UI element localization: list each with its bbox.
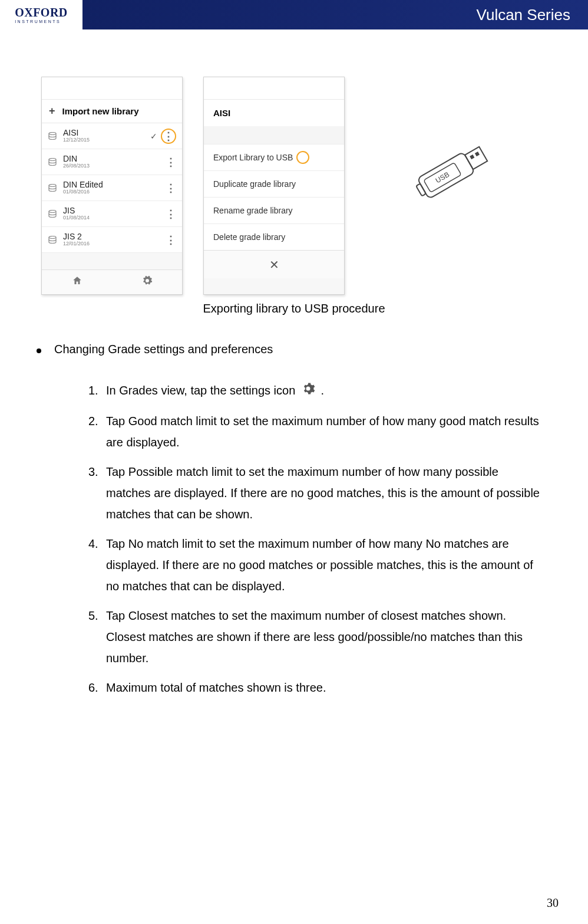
section-bullet: Changing Grade settings and preferences [35,343,553,356]
step-4: 4. Tap No match limit to set the maximum… [88,533,541,597]
svg-point-1 [49,158,56,160]
header-bar: OXFORD INSTRUMENTS Vulcan Series [0,0,588,29]
database-icon [48,210,57,218]
library-list-screen: + Import new library AISI 12/12/2015 ✓ ⋮ [41,77,183,295]
step-number: 4. [88,533,106,597]
step-number: 2. [88,410,106,453]
gear-icon[interactable] [142,275,153,289]
more-icon[interactable]: ⋮ [166,156,176,169]
more-icon[interactable]: ⋮ [166,234,176,246]
bullet-icon [37,348,41,353]
library-name: JIS [63,206,166,215]
step-text: Tap Closest matches to set the maximum n… [106,605,541,669]
plus-icon: + [49,105,55,117]
status-bar [204,77,344,100]
step-number: 1. [88,380,106,402]
svg-rect-8 [475,152,480,156]
page-number: 30 [547,896,559,910]
menu-label: Duplicate grade library [213,179,296,189]
database-icon [48,158,57,166]
menu-header: AISI [204,100,344,126]
header-title: Vulcan Series [477,6,588,24]
logo-sub: INSTRUMENTS [15,19,68,24]
step-number: 3. [88,461,106,525]
more-icon[interactable]: ⋮ [163,130,174,143]
database-icon [48,184,57,192]
highlight-circle: ⋮ [161,129,176,144]
library-name: DIN [63,154,166,163]
library-row-din[interactable]: DIN 26/08/2013 ⋮ [42,149,182,175]
library-row-jis2[interactable]: JIS 2 12/01/2016 ⋮ [42,227,182,253]
highlight-circle [296,151,309,164]
step-6: 6. Maximum total of matches shown is thr… [88,677,541,698]
library-date: 12/01/2016 [63,241,166,247]
menu-rename[interactable]: Rename grade library [204,197,344,224]
step-text: Tap No match limit to set the maximum nu… [106,533,541,597]
import-new-library-row[interactable]: + Import new library [42,100,182,123]
step-3: 3. Tap Possible match limit to set the m… [88,461,541,525]
step-text: Maximum total of matches shown is three. [106,677,541,698]
usb-illustration: USB [401,130,507,215]
gear-icon [301,381,315,402]
import-label: Import new library [62,106,139,116]
bottom-nav [42,269,182,294]
svg-point-0 [49,132,56,134]
menu-duplicate[interactable]: Duplicate grade library [204,170,344,198]
home-icon[interactable] [72,275,82,289]
step-2: 2. Tap Good match limit to set the maxim… [88,410,541,453]
step-1: 1. In Grades view, tap the settings icon… [88,380,541,402]
library-menu-screen: AISI Export Library to USB Duplicate gra… [203,77,345,295]
database-icon [48,236,57,244]
svg-point-2 [49,184,56,186]
menu-label: Export Library to USB [213,153,293,162]
step-number: 5. [88,605,106,669]
menu-label: Delete grade library [213,232,285,242]
spacer [204,126,344,144]
close-icon: ✕ [269,258,279,272]
svg-rect-7 [470,154,474,159]
library-name: AISI [63,129,150,137]
svg-point-4 [49,236,56,238]
more-icon[interactable]: ⋮ [166,182,176,195]
step-text: In Grades view, tap the settings icon . [106,380,541,402]
library-row-jis[interactable]: JIS 01/08/2014 ⋮ [42,201,182,227]
library-name: DIN Edited [63,180,166,189]
close-button[interactable]: ✕ [204,250,344,278]
step-text: Tap Good match limit to set the maximum … [106,410,541,453]
step-5: 5. Tap Closest matches to set the maximu… [88,605,541,669]
svg-rect-6 [465,147,487,169]
database-icon [48,132,57,140]
logo-main: OXFORD [15,6,68,18]
library-row-din-edited[interactable]: DIN Edited 01/08/2016 ⋮ [42,175,182,201]
library-name: JIS 2 [63,232,166,241]
menu-export-usb[interactable]: Export Library to USB [204,144,344,171]
figure-row: + Import new library AISI 12/12/2015 ✓ ⋮ [41,77,553,295]
figure-caption: Exporting library to USB procedure [35,302,553,315]
logo: OXFORD INSTRUMENTS [0,0,82,29]
check-icon: ✓ [150,131,157,141]
svg-point-3 [49,210,56,212]
library-date: 26/08/2013 [63,163,166,169]
library-date: 12/12/2015 [63,137,150,143]
menu-label: Rename grade library [213,206,293,215]
library-date: 01/08/2014 [63,215,166,221]
step-number: 6. [88,677,106,698]
steps-list: 1. In Grades view, tap the settings icon… [35,380,553,698]
more-icon[interactable]: ⋮ [166,208,176,221]
bullet-text: Changing Grade settings and preferences [54,343,273,356]
step-text: Tap Possible match limit to set the maxi… [106,461,541,525]
status-bar [42,77,182,100]
library-row-aisi[interactable]: AISI 12/12/2015 ✓ ⋮ [42,123,182,149]
library-date: 01/08/2016 [63,189,166,195]
svg-rect-11 [416,183,426,196]
menu-delete[interactable]: Delete grade library [204,223,344,251]
